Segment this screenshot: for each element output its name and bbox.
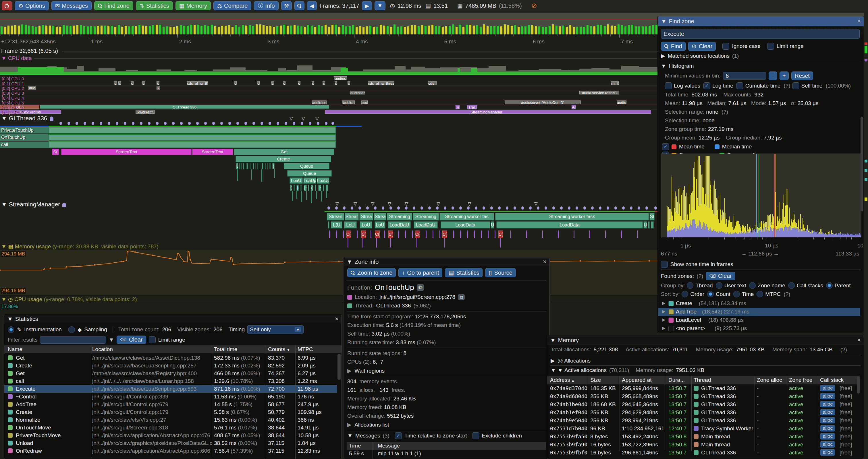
frame-bar[interactable] <box>138 25 141 34</box>
frame-bar[interactable] <box>456 27 458 34</box>
cpu-zone-mi_t[interactable]: mi_t <box>611 81 619 85</box>
sample-dot[interactable] <box>560 206 563 209</box>
sample-dot[interactable] <box>244 122 247 125</box>
frame-bar[interactable] <box>252 26 254 34</box>
sort-radio-order[interactable] <box>682 291 688 297</box>
gl-child-zone[interactable] <box>246 163 248 169</box>
gl-child-zone-([interactable]: ( <box>311 185 313 191</box>
frame-bar[interactable] <box>559 26 561 34</box>
frame-bar[interactable] <box>66 26 68 34</box>
frame-bar[interactable] <box>128 26 130 34</box>
cpu-zone-k[interactable]: k <box>157 86 160 90</box>
sample-dot[interactable] <box>444 206 446 209</box>
frame-bar[interactable] <box>159 25 161 34</box>
group-radio-thread[interactable] <box>687 282 693 289</box>
frame-bar[interactable] <box>490 26 492 34</box>
statistics-button[interactable]: ▤Statistics <box>445 268 483 277</box>
gl-child-zone-Create[interactable]: Create <box>236 156 331 162</box>
frame-bar[interactable] <box>649 26 651 34</box>
frame-bar[interactable] <box>628 25 630 34</box>
gl-child-zone-([interactable]: ( <box>272 163 275 169</box>
cpu-zone-c[interactable]: c <box>312 81 314 85</box>
sample-dot[interactable] <box>421 206 423 209</box>
message-marker-icon[interactable]: ▽ <box>468 201 471 206</box>
sample-dot[interactable] <box>630 206 632 209</box>
frame-bar[interactable] <box>142 26 144 34</box>
cpu-plot-header[interactable]: ▼ ◷ CPU usage (y-range: 0.78%, visible d… <box>1 296 137 302</box>
alloc-callstack-button[interactable]: alloc <box>820 401 835 407</box>
log-values-checkbox[interactable] <box>665 83 672 89</box>
free-callstack-link[interactable]: [free] <box>840 441 852 448</box>
frame-bar[interactable] <box>593 26 595 34</box>
sample-dot[interactable] <box>351 206 353 209</box>
frame-range-label[interactable]: Frame 32,661 (6.05 s) <box>1 47 58 54</box>
column-header-counts[interactable]: Counts ▼ <box>268 346 290 353</box>
column-header-mtpc[interactable]: MTPC <box>298 346 313 353</box>
table-row[interactable]: Createjni/../jni/src/guif/Control.cpp:17… <box>4 408 337 416</box>
gl-child-zone[interactable] <box>243 163 244 169</box>
cpu-zone-audios[interactable]: audios <box>334 76 347 80</box>
stream-zone-loaddata[interactable]: LoU <box>360 221 372 229</box>
frame-bar[interactable] <box>80 25 82 34</box>
frame-bar[interactable] <box>273 27 275 34</box>
frame-bar[interactable] <box>459 25 461 34</box>
close-icon[interactable]: × <box>335 315 339 323</box>
free-callstack-link[interactable]: [free] <box>840 433 852 440</box>
gl-child-zone[interactable] <box>308 185 309 191</box>
frame-bar[interactable] <box>11 26 13 34</box>
message-marker-icon[interactable]: ▽ <box>405 201 408 206</box>
frame-bar[interactable] <box>194 25 195 34</box>
frame-bar[interactable] <box>76 25 79 34</box>
message-marker-icon[interactable]: ▽ <box>388 201 391 206</box>
free-callstack-link[interactable]: [free] <box>840 417 852 424</box>
frame-bar[interactable] <box>421 25 423 34</box>
frame-bar[interactable] <box>245 26 247 34</box>
stream-zone-loaddata[interactable]: LoadDaU <box>413 221 438 229</box>
collapse-icon[interactable]: ▼ <box>347 259 352 265</box>
gl-child-zone[interactable] <box>262 163 264 169</box>
stream-zone-worker-task[interactable]: Strea <box>359 213 373 221</box>
reset-button[interactable]: Reset <box>791 71 813 80</box>
frame-bar[interactable] <box>218 27 220 34</box>
frame-bar[interactable] <box>262 25 265 34</box>
collapse-icon[interactable]: ▼ <box>661 18 666 25</box>
frame-bar[interactable] <box>190 25 192 34</box>
collapse-icon[interactable]: ▼ <box>7 316 13 322</box>
sample-dot[interactable] <box>622 206 625 209</box>
frame-bar[interactable] <box>35 27 37 34</box>
sample-dot[interactable] <box>204 122 207 125</box>
frame-bar[interactable] <box>600 25 602 34</box>
sample-dot[interactable] <box>374 206 377 209</box>
sample-dot[interactable] <box>108 122 110 125</box>
collapse-icon[interactable]: ▼ <box>1 201 9 207</box>
group-radio-parent[interactable] <box>826 282 833 289</box>
stream-zone-worker-task[interactable]: Strear <box>345 213 359 221</box>
frame-bar[interactable] <box>363 27 365 34</box>
frame-bar[interactable] <box>642 26 644 34</box>
sample-dot[interactable] <box>607 206 609 209</box>
frame-bar[interactable] <box>121 27 123 34</box>
frame-bar[interactable] <box>342 25 344 34</box>
cpu-zone-A([interactable]: A( <box>571 105 576 109</box>
frame-bar[interactable] <box>287 26 289 34</box>
frame-bar[interactable] <box>114 27 116 34</box>
allocation-row[interactable]: 0x7553b9fbf016 bytes296,661,146ns13:50.7… <box>547 449 860 457</box>
power-button[interactable] <box>2 1 12 10</box>
sample-dot[interactable] <box>277 122 279 125</box>
stream-zone-error[interactable]: C( <box>361 230 366 238</box>
frame-bar[interactable] <box>290 26 292 34</box>
stream-zone-worker-task[interactable]: St <box>649 213 655 221</box>
frame-bar[interactable] <box>332 25 334 34</box>
sample-dot[interactable] <box>196 122 199 125</box>
allocation-row[interactable]: 0x74a9d37040186.35 KB295,999,844ns13:50.… <box>547 384 860 392</box>
frame-bar[interactable] <box>380 25 382 34</box>
sample-dot[interactable] <box>366 206 369 209</box>
frame-bar[interactable] <box>59 27 61 34</box>
free-callstack-link[interactable]: [free] <box>840 393 852 400</box>
stream-zone-error[interactable]: C( <box>388 230 393 238</box>
frame-bar[interactable] <box>211 25 213 34</box>
plot-area-memory[interactable] <box>0 250 658 295</box>
gl-child-zone-|~[interactable]: |~ <box>318 185 321 191</box>
table-row[interactable]: PrivateTouchMovejni/../jni/src/claw/appl… <box>4 431 337 439</box>
frame-bar[interactable] <box>25 25 27 34</box>
